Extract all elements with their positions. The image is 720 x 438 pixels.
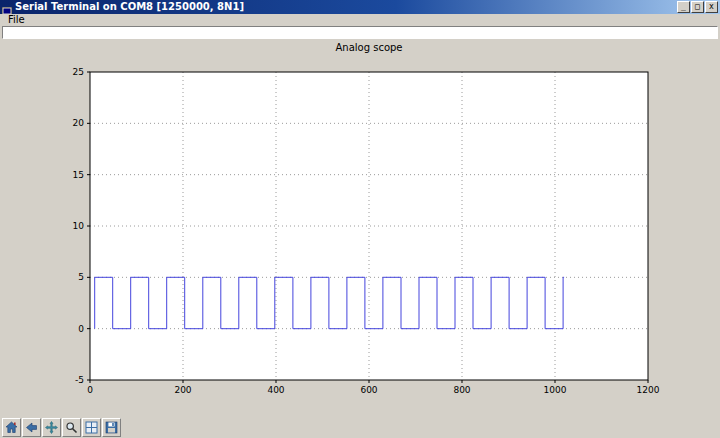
y-tick-label: -5 [75,375,84,385]
subplots-button[interactable] [82,418,101,437]
y-tick-label: 20 [73,118,85,128]
y-tick-label: 10 [73,221,85,231]
x-tick-label: 1200 [637,385,660,395]
plot-canvas[interactable]: 020040060080010001200-50510152025 [0,40,720,416]
app-icon [2,2,12,12]
pan-button[interactable] [42,418,61,437]
title-bar[interactable]: Serial Terminal on COM8 [1250000, 8N1] _… [0,0,720,14]
command-input[interactable] [2,26,718,39]
menu-file[interactable]: File [3,14,30,26]
y-tick-label: 0 [78,324,84,334]
figure-area: 020040060080010001200-50510152025 Analog… [0,40,720,416]
zoom-button[interactable] [62,418,81,437]
x-tick-label: 0 [87,385,93,395]
home-icon [5,421,18,434]
x-tick-label: 1000 [544,385,567,395]
x-tick-label: 800 [453,385,470,395]
x-tick-label: 400 [267,385,284,395]
window-title: Serial Terminal on COM8 [1250000, 8N1] [15,0,676,14]
close-button[interactable]: x [705,1,718,13]
chart-title: Analog scope [90,42,648,53]
pan-arrows-icon [45,421,58,434]
subplots-icon [85,421,98,434]
x-tick-label: 200 [174,385,191,395]
app-window: Serial Terminal on COM8 [1250000, 8N1] _… [0,0,720,438]
save-button[interactable] [102,418,121,437]
minimize-button[interactable]: _ [677,1,690,13]
back-button[interactable] [22,418,41,437]
maximize-button[interactable]: □ [691,1,704,13]
plot-toolbar [0,417,720,438]
x-tick-label: 600 [360,385,377,395]
axes-area [90,72,648,380]
y-tick-label: 5 [78,272,84,282]
back-arrow-icon [25,421,38,434]
menu-bar: File [0,14,720,26]
floppy-disk-icon [105,421,118,434]
y-tick-label: 15 [73,170,84,180]
y-tick-label: 25 [73,67,84,77]
home-button[interactable] [2,418,21,437]
magnifier-icon [65,421,78,434]
